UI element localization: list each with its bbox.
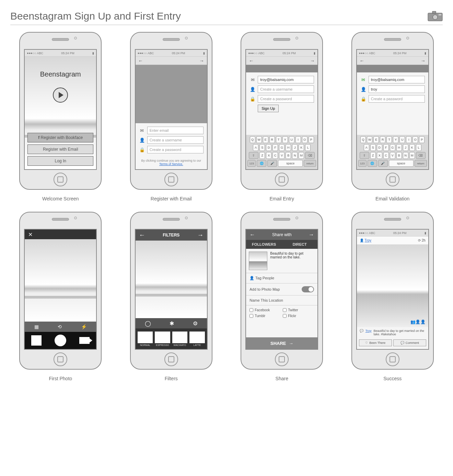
key[interactable]: Z	[370, 152, 376, 159]
circle-icon[interactable]: ◯	[145, 320, 151, 327]
email-field[interactable]	[147, 127, 204, 134]
key[interactable]: R	[380, 136, 385, 143]
key[interactable]: L	[416, 144, 421, 151]
key[interactable]: T	[276, 136, 281, 143]
key[interactable]: ⌫	[416, 152, 426, 159]
key[interactable]: I	[295, 136, 301, 143]
key[interactable]: 🌐	[257, 160, 266, 167]
key[interactable]: F	[383, 144, 389, 151]
home-button[interactable]	[386, 352, 399, 366]
key[interactable]: O	[413, 136, 418, 143]
key[interactable]: ⇧	[360, 152, 369, 159]
tag-people-row[interactable]: 👤 Tag People	[246, 273, 317, 283]
key[interactable]: Q	[250, 136, 255, 143]
key[interactable]: P	[419, 136, 425, 143]
key[interactable]: return	[304, 160, 316, 167]
key[interactable]: X	[266, 152, 271, 159]
share-option[interactable]: Facebook	[249, 308, 281, 312]
forward-icon[interactable]: →	[310, 58, 315, 63]
photo-map-row[interactable]: Add to Photo Map	[246, 283, 317, 295]
key[interactable]: 🎤	[378, 160, 388, 167]
key[interactable]: D	[377, 144, 382, 151]
share-option[interactable]: Flickr	[283, 314, 314, 318]
key[interactable]: J	[292, 144, 298, 151]
key[interactable]: M	[299, 152, 304, 159]
key[interactable]: H	[396, 144, 402, 151]
filter-option[interactable]: LATTE	[189, 332, 205, 346]
key[interactable]: E	[263, 136, 268, 143]
close-icon[interactable]: ✕	[28, 231, 33, 238]
key[interactable]: F	[272, 144, 278, 151]
key[interactable]: Y	[393, 136, 398, 143]
key[interactable]: space	[389, 160, 414, 167]
flash-icon[interactable]: ⚡	[81, 324, 87, 329]
home-button[interactable]	[164, 352, 178, 366]
forward-icon[interactable]: →	[309, 232, 314, 238]
gear-icon[interactable]: ⚙	[193, 320, 198, 327]
user-link[interactable]: Troy	[365, 329, 372, 336]
forward-icon[interactable]: →	[197, 232, 204, 239]
password-field[interactable]	[258, 95, 314, 103]
key[interactable]: G	[279, 144, 284, 151]
been-there-button[interactable]: ♡ Been There	[359, 339, 392, 346]
home-button[interactable]	[275, 173, 289, 186]
signup-button[interactable]: Sign Up	[258, 105, 279, 112]
key[interactable]: N	[292, 152, 298, 159]
key[interactable]: 🌐	[368, 160, 377, 167]
username-field[interactable]	[258, 85, 314, 93]
share-button[interactable]: SHARE →	[246, 337, 317, 349]
tab-followers[interactable]: FOLLOWERS	[246, 240, 282, 249]
login-button[interactable]: Log In	[27, 156, 93, 166]
switch-camera-icon[interactable]: ⟲	[58, 324, 62, 329]
key[interactable]: N	[403, 152, 408, 159]
forward-icon[interactable]: →	[199, 58, 204, 63]
key[interactable]: B	[286, 152, 291, 159]
key[interactable]: S	[259, 144, 265, 151]
video-button[interactable]	[79, 337, 90, 344]
key[interactable]: J	[403, 144, 408, 151]
key[interactable]: V	[279, 152, 284, 159]
key[interactable]: P	[309, 136, 314, 143]
shutter-button[interactable]	[55, 335, 66, 346]
effect-icon[interactable]: ✱	[170, 320, 174, 327]
key[interactable]: W	[367, 136, 372, 143]
key[interactable]: C	[383, 152, 389, 159]
grid-icon[interactable]: ▦	[34, 324, 39, 329]
user-link[interactable]: Troy	[364, 239, 371, 242]
key[interactable]: D	[266, 144, 271, 151]
back-icon[interactable]: ←	[249, 232, 255, 238]
home-button[interactable]	[54, 173, 67, 186]
key[interactable]: L	[305, 144, 311, 151]
keyboard[interactable]: QWERTYUIOPASDFGHJKL⇧ZXCVBNM⌫123🌐🎤spacere…	[357, 135, 428, 169]
key[interactable]: V	[390, 152, 395, 159]
back-icon[interactable]: ←	[360, 58, 364, 63]
key[interactable]: A	[364, 144, 369, 151]
key[interactable]: A	[253, 144, 258, 151]
filter-option[interactable]: NORMAL	[138, 332, 153, 346]
comment-button[interactable]: 💬 Comment	[393, 339, 426, 346]
password-field[interactable]	[369, 95, 425, 103]
key[interactable]: space	[278, 160, 303, 167]
email-field[interactable]	[258, 76, 314, 83]
key[interactable]: K	[409, 144, 415, 151]
key[interactable]: B	[396, 152, 402, 159]
home-button[interactable]	[164, 173, 178, 186]
key[interactable]: Y	[282, 136, 288, 143]
key[interactable]: I	[406, 136, 411, 143]
home-button[interactable]	[275, 352, 289, 366]
key[interactable]: ⇧	[249, 152, 258, 159]
forward-icon[interactable]: →	[421, 58, 426, 63]
register-bookface-button[interactable]: f Register with Bookface	[27, 133, 93, 142]
key[interactable]: Z	[259, 152, 265, 159]
back-icon[interactable]: ←	[138, 58, 143, 63]
register-email-button[interactable]: Register with Email	[27, 144, 93, 154]
key[interactable]: M	[409, 152, 415, 159]
key[interactable]: X	[377, 152, 382, 159]
home-button[interactable]	[54, 352, 67, 366]
username-field[interactable]	[369, 85, 425, 93]
gallery-button[interactable]	[31, 335, 42, 346]
filter-option[interactable]: MACHIATO	[172, 332, 188, 346]
password-field[interactable]	[147, 146, 204, 153]
home-button[interactable]	[386, 173, 399, 186]
key[interactable]: ⌫	[305, 152, 315, 159]
